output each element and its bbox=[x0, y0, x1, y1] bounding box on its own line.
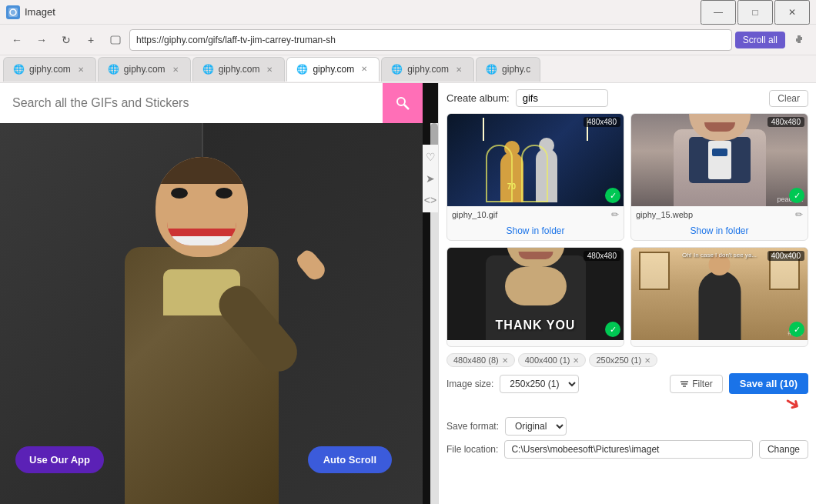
tab-4[interactable]: 🌐 giphy.com ✕ bbox=[286, 57, 380, 82]
tab-1[interactable]: 🌐 giphy.com ✕ bbox=[3, 57, 96, 82]
tag-480-close[interactable]: ✕ bbox=[502, 356, 508, 365]
image-card-3: THANK YOU 480x480 ✓ bbox=[446, 247, 624, 347]
album-label: Create album: bbox=[446, 92, 510, 104]
giphy-search-button[interactable] bbox=[383, 83, 423, 123]
dimension-badge-2: 480x480 bbox=[768, 117, 804, 127]
image-info-4 bbox=[631, 340, 808, 346]
image-info-3 bbox=[447, 340, 624, 346]
filter-button[interactable]: Filter bbox=[670, 375, 723, 393]
change-button[interactable]: Change bbox=[759, 440, 808, 459]
tab-favicon: 🌐 bbox=[13, 64, 25, 75]
mouth bbox=[167, 222, 236, 245]
browser-panel: Use Our App Auto Scroll ♡ ➤ <> bbox=[0, 83, 439, 504]
outline2 bbox=[521, 145, 548, 202]
side-icons: ♡ ➤ <> bbox=[423, 145, 438, 212]
tab-close-4[interactable]: ✕ bbox=[359, 64, 370, 75]
check-mark-4: ✓ bbox=[789, 322, 804, 337]
tab-3[interactable]: 🌐 giphy.com ✕ bbox=[192, 57, 286, 82]
forward-button[interactable]: → bbox=[31, 29, 52, 51]
right-eye bbox=[216, 188, 232, 199]
right-panel: Create album: Clear bbox=[439, 83, 816, 504]
thankyou-mouth bbox=[518, 252, 553, 259]
close-button[interactable]: ✕ bbox=[774, 0, 810, 25]
giphy-page: Use Our App Auto Scroll ♡ ➤ <> bbox=[0, 83, 438, 504]
save-all-button[interactable]: Save all (10) bbox=[729, 373, 808, 394]
album-input[interactable] bbox=[516, 89, 608, 107]
image-name-2: giphy_15.webp bbox=[636, 210, 693, 219]
address-bar[interactable] bbox=[129, 29, 732, 51]
edit-icon-2[interactable]: ✏ bbox=[795, 209, 803, 220]
file-location-input[interactable] bbox=[504, 440, 753, 459]
tab-2[interactable]: 🌐 giphy.com ✕ bbox=[98, 57, 191, 82]
tab-favicon: 🌐 bbox=[486, 64, 497, 75]
tab-close-3[interactable]: ✕ bbox=[264, 64, 275, 75]
tab-label: giphy.com bbox=[219, 64, 260, 75]
upper-lip bbox=[167, 222, 236, 229]
dimension-badge-1: 480x480 bbox=[584, 117, 620, 127]
share-icon[interactable]: ➤ bbox=[426, 172, 435, 185]
tab-label: giphy.com bbox=[407, 64, 449, 75]
image-card-4: Oh! In case I don't see ya... #Laff 400x… bbox=[630, 247, 808, 347]
tag-250-label: 250x250 (1) bbox=[596, 355, 641, 365]
tab-5[interactable]: 🌐 giphy.com ✕ bbox=[381, 57, 474, 82]
edit-icon-1[interactable]: ✏ bbox=[611, 209, 619, 220]
tab-close-5[interactable]: ✕ bbox=[453, 64, 464, 75]
image-card-2: peacock 480x480 ✓ giphy_15.webp ✏ Show i… bbox=[630, 113, 808, 241]
filter-label: Filter bbox=[692, 379, 713, 389]
baseball-scene: 70 bbox=[447, 114, 624, 206]
scroll-all-button[interactable]: Scroll all bbox=[735, 32, 785, 48]
outline1 bbox=[486, 145, 513, 202]
album-row: Create album: Clear bbox=[446, 89, 808, 107]
tag-250-close[interactable]: ✕ bbox=[644, 356, 650, 365]
svg-rect-2 bbox=[111, 36, 120, 44]
michael-tie bbox=[712, 149, 727, 156]
tag-400-close[interactable]: ✕ bbox=[573, 356, 579, 365]
check-mark-2: ✓ bbox=[789, 188, 804, 203]
tab-close-1[interactable]: ✕ bbox=[75, 64, 86, 75]
image-info-1: giphy_10.gif ✏ bbox=[447, 206, 624, 223]
head bbox=[156, 157, 248, 257]
auto-scroll-button[interactable]: Auto Scroll bbox=[308, 446, 392, 473]
tab-favicon: 🌐 bbox=[202, 64, 214, 75]
tab-6[interactable]: 🌐 giphy.c bbox=[476, 57, 540, 82]
hair bbox=[156, 157, 248, 184]
image-info-2: giphy_15.webp ✏ bbox=[631, 206, 808, 223]
office-scene: Oh! In case I don't see ya... #Laff bbox=[631, 248, 808, 340]
image-thumb-4: Oh! In case I don't see ya... #Laff 400x… bbox=[631, 248, 808, 340]
tags-row: 480x480 (8) ✕ 400x400 (1) ✕ 250x250 (1) … bbox=[446, 353, 808, 367]
tag-400-label: 400x400 (1) bbox=[525, 355, 570, 365]
tabs-bar: 🌐 giphy.com ✕ 🌐 giphy.com ✕ 🌐 giphy.com … bbox=[0, 55, 816, 83]
tab-close-2[interactable]: ✕ bbox=[170, 64, 181, 75]
image-thumb-1: 70 480x480 ✓ bbox=[447, 114, 624, 206]
refresh-button[interactable]: ↻ bbox=[55, 29, 77, 51]
jim-carrey-figure bbox=[102, 162, 302, 505]
image-size-label: Image size: bbox=[446, 379, 493, 389]
code-icon[interactable]: <> bbox=[424, 194, 436, 206]
new-tab-button[interactable]: + bbox=[80, 29, 102, 51]
save-format-select[interactable]: Original JPG PNG WebP bbox=[505, 417, 567, 436]
tab-label: giphy.com bbox=[313, 64, 354, 75]
back-button[interactable]: ← bbox=[6, 29, 28, 51]
location-row: File location: Change bbox=[446, 440, 808, 459]
format-row: Save format: Original JPG PNG WebP bbox=[446, 417, 808, 436]
tag-250: 250x250 (1) ✕ bbox=[589, 353, 657, 367]
show-folder-btn-2[interactable]: Show in folder bbox=[631, 223, 808, 240]
address-icon bbox=[105, 29, 126, 51]
red-arrow-icon: ➜ bbox=[781, 390, 804, 416]
arrow-row: ➜ bbox=[446, 399, 808, 417]
extensions-button[interactable] bbox=[788, 29, 810, 51]
dimension-badge-3: 480x480 bbox=[584, 251, 620, 261]
light1 bbox=[483, 118, 484, 141]
heart-icon[interactable]: ♡ bbox=[426, 151, 436, 163]
image-size-select[interactable]: 250x250 (1) 480x480 (8) 400x400 (1) bbox=[500, 375, 579, 393]
thankyou-scene: THANK YOU bbox=[447, 248, 624, 340]
tab-favicon: 🌐 bbox=[391, 64, 403, 75]
giphy-search-input[interactable] bbox=[0, 83, 383, 123]
tab-label: giphy.com bbox=[124, 64, 166, 75]
minimize-button[interactable]: — bbox=[701, 0, 736, 25]
maximize-button[interactable]: □ bbox=[737, 0, 773, 25]
clear-button[interactable]: Clear bbox=[769, 90, 808, 107]
show-folder-btn-1[interactable]: Show in folder bbox=[447, 223, 624, 240]
use-app-button[interactable]: Use Our App bbox=[15, 446, 104, 473]
tab-favicon: 🌐 bbox=[108, 64, 119, 75]
